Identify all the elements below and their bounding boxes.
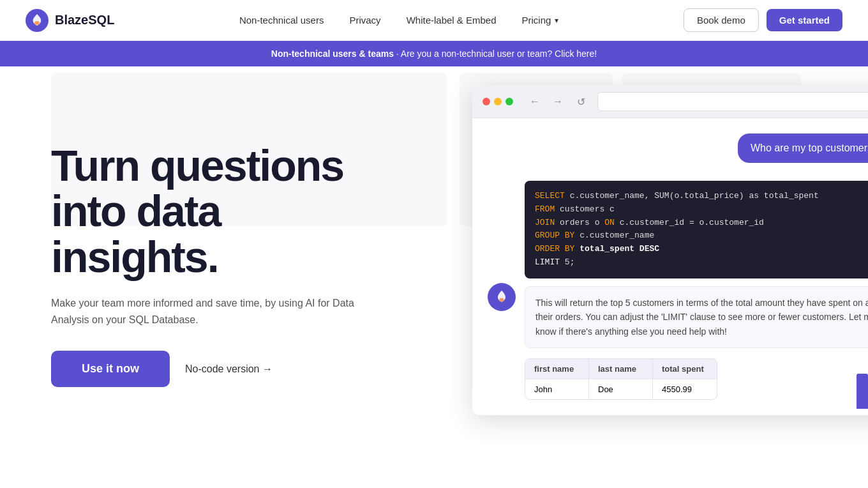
code-line-2: FROM customers c <box>535 203 868 217</box>
bot-avatar <box>488 283 516 311</box>
cell-total-spent: 4550.99 <box>653 379 717 399</box>
table-header-row: first name last name total spent <box>525 359 717 379</box>
browser-navigation: ← → ↺ <box>526 93 590 111</box>
svg-point-2 <box>499 298 504 301</box>
browser-window-dots <box>483 98 513 105</box>
code-line-3: JOIN orders o ON c.customer_id = o.custo… <box>535 217 868 230</box>
nav-pricing[interactable]: Pricing ▾ <box>522 15 559 26</box>
cta-row: Use it now No-code version → <box>51 351 479 387</box>
browser-back-button[interactable]: ← <box>526 93 544 111</box>
use-it-now-button[interactable]: Use it now <box>51 351 170 387</box>
results-bottom: first name last name total spent John Do… <box>525 358 868 405</box>
hero-title: Turn questions into data insights. <box>51 143 479 280</box>
logo-text: BlazeSQL <box>55 13 114 27</box>
col-first-name: first name <box>525 359 589 379</box>
book-demo-button[interactable]: Book demo <box>684 8 759 32</box>
pricing-chevron-icon: ▾ <box>555 16 558 25</box>
hero-section: Turn questions into data insights. Make … <box>51 105 479 387</box>
browser-forward-button[interactable]: → <box>549 93 567 111</box>
no-code-link[interactable]: No-code version → <box>185 363 273 375</box>
col-total-spent: total spent <box>653 359 717 379</box>
nav-links: Non-technical users Privacy White-label … <box>239 15 559 26</box>
bot-messages: SELECT c.customer_name, SUM(o.total_pric… <box>525 181 868 405</box>
code-line-1: SELECT c.customer_name, SUM(o.total_pric… <box>535 190 868 203</box>
nav-actions: Book demo Get started <box>684 8 842 32</box>
table-row: John Doe 4550.99 <box>525 379 717 399</box>
chat-area: Who are my top customers? <box>472 118 868 415</box>
nav-non-technical[interactable]: Non-technical users <box>239 15 324 26</box>
window-maximize-dot <box>505 98 513 105</box>
banner-normal-text: · Are you a non-technical user or team? … <box>394 49 597 59</box>
navbar: BlazeSQL Non-technical users Privacy Whi… <box>0 0 868 41</box>
bot-text-bubble: This will return the top 5 customers in … <box>525 286 868 348</box>
browser-toolbar: ← → ↺ <box>472 86 868 118</box>
code-line-4: GROUP BY c.customer_name <box>535 229 868 243</box>
code-line-6: LIMIT 5; <box>535 256 868 270</box>
browser-mockup-container: ← → ↺ Who are my top customers? <box>472 86 868 415</box>
user-chat-bubble: Who are my top customers? <box>738 133 868 163</box>
bot-message-row: SELECT c.customer_name, SUM(o.total_pric… <box>488 181 868 405</box>
logo-icon <box>26 9 49 32</box>
window-minimize-dot <box>494 98 502 105</box>
svg-point-1 <box>34 21 40 25</box>
nav-white-label[interactable]: White-label & Embed <box>407 15 497 26</box>
browser-url-bar[interactable] <box>597 92 868 111</box>
browser-mockup: ← → ↺ Who are my top customers? <box>472 86 868 415</box>
sql-code-block: SELECT c.customer_name, SUM(o.total_pric… <box>525 181 868 278</box>
nav-privacy[interactable]: Privacy <box>349 15 380 26</box>
get-started-button[interactable]: Get started <box>767 9 842 31</box>
hero-subtitle: Make your team more informed and save ti… <box>51 295 357 328</box>
cell-last-name: Doe <box>589 379 653 399</box>
user-message-row: Who are my top customers? <box>488 133 868 173</box>
bar-1 <box>857 374 868 409</box>
logo-link[interactable]: BlazeSQL <box>26 9 114 32</box>
code-line-5: ORDER BY total_spent DESC <box>535 243 868 256</box>
browser-reload-button[interactable]: ↺ <box>572 93 590 111</box>
banner-bold-text: Non-technical users & teams <box>271 49 394 59</box>
cell-first-name: John <box>525 379 589 399</box>
window-close-dot <box>483 98 490 105</box>
col-last-name: last name <box>589 359 653 379</box>
results-table: first name last name total spent John Do… <box>525 358 717 400</box>
bar-chart-mini <box>857 370 868 409</box>
main-content: Turn questions into data insights. Make … <box>0 66 868 485</box>
announcement-banner[interactable]: Non-technical users & teams · Are you a … <box>0 41 868 66</box>
bot-avatar-icon <box>493 289 510 305</box>
